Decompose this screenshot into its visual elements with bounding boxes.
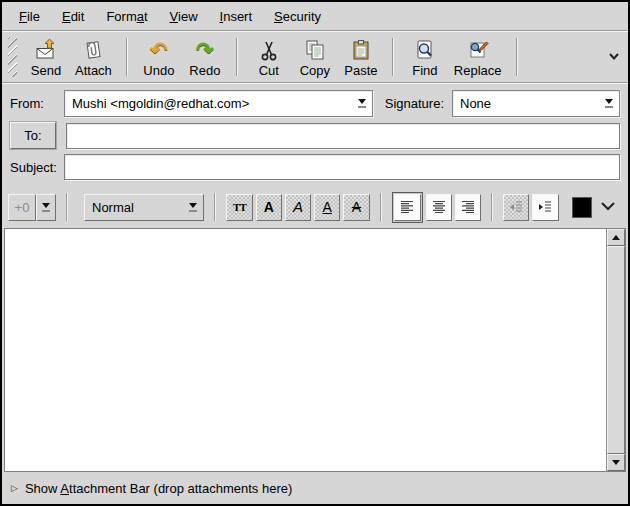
paragraph-style-combo[interactable]: Normal	[84, 194, 204, 221]
align-left-button[interactable]	[394, 194, 421, 221]
align-right-icon	[459, 198, 477, 216]
unindent-icon	[507, 198, 525, 216]
font-size-value: +0	[8, 194, 36, 221]
toolbar-separator	[392, 38, 394, 76]
from-label: From:	[10, 96, 62, 111]
indent-button[interactable]	[532, 194, 558, 221]
replace-icon	[466, 37, 490, 63]
format-toolbar: +0 Normal TT A A A A	[2, 186, 628, 228]
strikethrough-toggle-button[interactable]: A	[343, 194, 369, 221]
mail-composer-window: File Edit Format View Insert Security Se…	[0, 0, 630, 506]
italic-toggle-button[interactable]: A	[285, 194, 311, 221]
toolbar-overflow-chevron-icon[interactable]	[606, 48, 622, 67]
toolbar-separator	[126, 38, 128, 76]
message-body-editor[interactable]	[5, 229, 606, 471]
format-separator	[214, 193, 216, 221]
arrow-down-icon	[612, 460, 620, 465]
copy-button[interactable]: Copy	[292, 34, 338, 80]
arrow-up-icon	[612, 235, 620, 240]
format-separator	[66, 193, 68, 221]
subject-input[interactable]	[64, 154, 620, 180]
copy-icon	[303, 37, 327, 63]
toolbar-separator	[516, 38, 518, 76]
chevron-down-icon	[599, 91, 619, 116]
toolbar-separator	[236, 38, 238, 76]
signature-label: Signature:	[385, 96, 444, 111]
menu-format[interactable]: Format	[95, 4, 158, 29]
unindent-button[interactable]	[503, 194, 529, 221]
undo-icon: ↶	[150, 37, 168, 63]
font-color-swatch[interactable]	[572, 197, 592, 218]
undo-button[interactable]: ↶ Undo	[136, 34, 182, 80]
chevron-down-icon[interactable]	[36, 194, 56, 221]
scroll-down-button[interactable]	[607, 454, 625, 471]
toolbar-drag-handle[interactable]	[8, 37, 17, 77]
align-right-button[interactable]	[455, 194, 481, 221]
chevron-down-icon	[183, 195, 203, 220]
chevron-down-icon	[352, 91, 372, 116]
align-center-button[interactable]	[426, 194, 452, 221]
subject-row: Subject:	[10, 154, 620, 180]
main-toolbar: Send Attach ↶ Undo ↷ Redo	[2, 32, 628, 82]
align-center-icon	[430, 198, 448, 216]
menu-view[interactable]: View	[159, 4, 209, 29]
send-button[interactable]: Send	[23, 34, 69, 80]
bold-toggle-button[interactable]: A	[256, 194, 282, 221]
strikethrough-icon: A	[352, 200, 361, 214]
replace-button[interactable]: Replace	[448, 34, 508, 80]
editor-scrollbar[interactable]	[606, 229, 625, 471]
format-separator	[380, 193, 382, 221]
menu-security[interactable]: Security	[263, 4, 332, 29]
menu-insert[interactable]: Insert	[209, 4, 264, 29]
to-row: To:	[10, 122, 620, 149]
send-icon	[34, 37, 58, 63]
attachment-bar-label: Show Attachment Bar (drop attachments he…	[25, 481, 292, 496]
paste-button[interactable]: Paste	[338, 34, 384, 80]
typewriter-icon: TT	[233, 200, 246, 214]
attachment-bar-toggle[interactable]: ▷ Show Attachment Bar (drop attachments …	[2, 472, 628, 504]
from-select[interactable]: Mushi <mgoldin@redhat.com>	[64, 90, 373, 117]
find-icon	[413, 37, 437, 63]
to-input[interactable]	[66, 123, 620, 149]
paragraph-style-value: Normal	[85, 200, 183, 215]
to-button[interactable]: To:	[10, 122, 56, 149]
underline-toggle-button[interactable]: A	[314, 194, 340, 221]
italic-icon: A	[293, 200, 303, 214]
signature-select[interactable]: None	[452, 90, 620, 117]
indent-icon	[536, 198, 554, 216]
cut-button[interactable]: Cut	[246, 34, 292, 80]
underline-icon: A	[323, 200, 332, 214]
attach-icon	[81, 37, 105, 63]
editor-area	[4, 228, 626, 472]
menu-edit[interactable]: Edit	[51, 4, 95, 29]
from-row: From: Mushi <mgoldin@redhat.com> Signatu…	[10, 90, 620, 117]
align-left-selected-frame	[392, 192, 423, 223]
paste-icon	[349, 37, 373, 63]
format-separator	[491, 193, 493, 221]
scrollbar-thumb[interactable]	[607, 246, 625, 454]
attach-button[interactable]: Attach	[69, 34, 118, 80]
redo-button[interactable]: ↷ Redo	[182, 34, 228, 80]
align-left-icon	[398, 198, 416, 216]
font-size-combo[interactable]: +0	[8, 194, 56, 221]
menu-file[interactable]: File	[8, 4, 51, 29]
expander-triangle-icon: ▷	[11, 484, 18, 493]
message-headers: From: Mushi <mgoldin@redhat.com> Signatu…	[2, 84, 628, 186]
redo-icon: ↷	[196, 37, 214, 63]
cut-icon	[257, 37, 281, 63]
subject-label: Subject:	[10, 160, 64, 175]
formatbar-overflow-chevron-icon[interactable]	[598, 198, 618, 217]
typewriter-toggle-button[interactable]: TT	[226, 194, 252, 221]
bold-icon: A	[264, 200, 274, 214]
menu-bar: File Edit Format View Insert Security	[2, 2, 628, 30]
scroll-up-button[interactable]	[607, 229, 625, 246]
find-button[interactable]: Find	[402, 34, 448, 80]
